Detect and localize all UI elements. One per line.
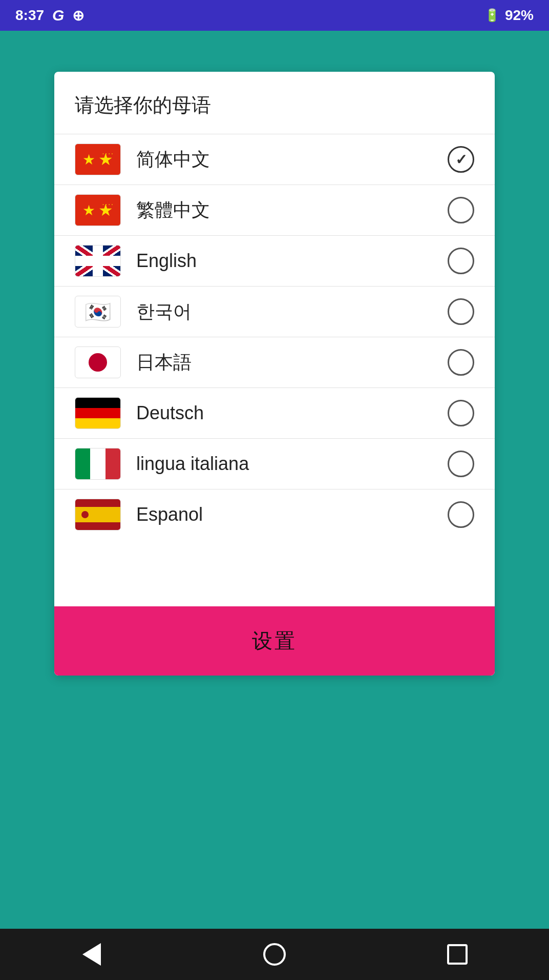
- at-icon: ⊕: [72, 7, 84, 24]
- flag-spanish: [75, 499, 121, 530]
- flag-italy-red: [105, 448, 120, 479]
- time-display: 8:37: [15, 7, 44, 24]
- flag-japan-circle: [89, 353, 107, 372]
- recent-icon: [447, 944, 468, 965]
- language-name-japanese: 日本語: [136, 350, 448, 375]
- language-list: ★ 简体中文 ★ 繁體中文 English: [54, 134, 495, 540]
- flag-spain-bot: [75, 522, 120, 530]
- set-button[interactable]: 设置: [54, 606, 495, 676]
- main-content: 请选择你的母语 ★ 简体中文 ★ 繁體中文: [0, 31, 549, 929]
- back-icon: [82, 943, 101, 966]
- battery-level: 92%: [505, 7, 534, 24]
- flag-german: [75, 397, 121, 429]
- flag-spain-top: [75, 499, 120, 507]
- status-bar-left: 8:37 G ⊕: [15, 7, 84, 24]
- flag-italian: [75, 448, 121, 480]
- language-item-korean[interactable]: 🇰🇷 한국어: [54, 286, 495, 337]
- recent-button[interactable]: [442, 939, 473, 970]
- flag-simplified-chinese: ★: [75, 144, 121, 175]
- status-bar: 8:37 G ⊕ 🔋 92%: [0, 0, 549, 31]
- language-item-simplified-chinese[interactable]: ★ 简体中文: [54, 134, 495, 185]
- flag-italy-white: [90, 448, 105, 479]
- radio-italian[interactable]: [448, 451, 474, 477]
- flag-germany-red: [75, 408, 120, 418]
- language-item-italian[interactable]: lingua italiana: [54, 438, 495, 489]
- language-item-japanese[interactable]: 日本語: [54, 337, 495, 387]
- radio-english[interactable]: [448, 248, 474, 274]
- dialog-title: 请选择你的母语: [54, 72, 495, 134]
- language-item-german[interactable]: Deutsch: [54, 387, 495, 438]
- dialog-spacer: [54, 540, 495, 606]
- flag-germany-black: [75, 398, 120, 408]
- flag-spain-coat: [81, 511, 89, 518]
- radio-japanese[interactable]: [448, 349, 474, 376]
- flag-japanese: [75, 346, 121, 378]
- flag-korean: 🇰🇷: [75, 296, 121, 328]
- home-icon: [263, 943, 286, 966]
- radio-spanish[interactable]: [448, 501, 474, 528]
- back-button[interactable]: [76, 939, 107, 970]
- battery-icon: 🔋: [484, 8, 500, 23]
- language-name-spanish: Espanol: [136, 504, 448, 525]
- home-button[interactable]: [259, 939, 290, 970]
- flag-spain-mid: [75, 507, 120, 522]
- language-item-spanish[interactable]: Espanol: [54, 489, 495, 540]
- flag-uk-inner: [75, 246, 120, 276]
- flag-traditional-chinese: ★: [75, 194, 121, 226]
- radio-simplified-chinese[interactable]: [448, 146, 474, 173]
- language-name-german: Deutsch: [136, 402, 448, 424]
- language-item-english[interactable]: English: [54, 235, 495, 286]
- language-name-traditional-chinese: 繁體中文: [136, 198, 448, 223]
- flag-uk-cross: [75, 246, 120, 276]
- language-name-korean: 한국어: [136, 299, 448, 324]
- flag-english: [75, 245, 121, 277]
- google-icon: G: [52, 7, 64, 24]
- flag-germany-gold: [75, 418, 120, 428]
- status-bar-right: 🔋 92%: [484, 7, 534, 24]
- dialog-card: 请选择你的母语 ★ 简体中文 ★ 繁體中文: [54, 72, 495, 676]
- radio-german[interactable]: [448, 400, 474, 426]
- language-item-traditional-chinese[interactable]: ★ 繁體中文: [54, 185, 495, 235]
- flag-italy-green: [75, 448, 90, 479]
- radio-korean[interactable]: [448, 298, 474, 325]
- language-name-simplified-chinese: 简体中文: [136, 147, 448, 172]
- language-name-italian: lingua italiana: [136, 453, 448, 475]
- radio-traditional-chinese[interactable]: [448, 197, 474, 223]
- language-name-english: English: [136, 250, 448, 272]
- nav-bar: [0, 929, 549, 980]
